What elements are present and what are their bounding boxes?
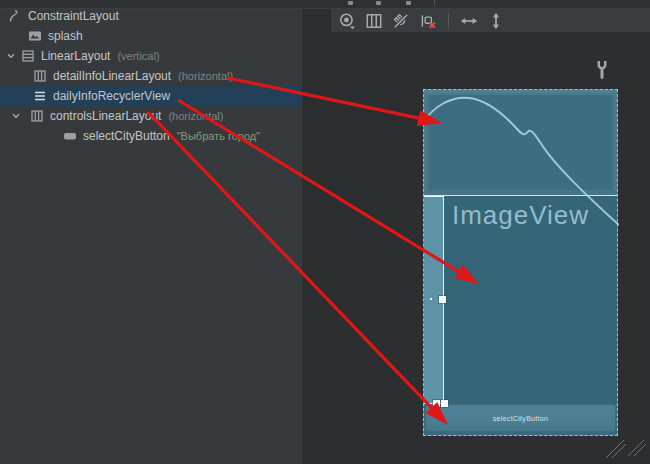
- view-options-eye-icon[interactable]: [338, 12, 356, 30]
- icon-fragment: [376, 1, 381, 5]
- tree-item-linearlayout[interactable]: LinearLayout (vertical): [0, 46, 302, 66]
- tree-item-label: controlsLinearLayout: [50, 109, 161, 123]
- chevron-down-icon[interactable]: [5, 50, 17, 62]
- selection-dot: [430, 298, 432, 300]
- tree-item-label: detailInfoLinearLayout: [53, 69, 171, 83]
- vertical-resize-icon[interactable]: [487, 12, 505, 30]
- tree-item-controlslinearlayout[interactable]: controlsLinearLayout (horizontal): [0, 106, 302, 126]
- component-tree-panel: ConstraintLayout splash LinearLayout (ve…: [0, 0, 302, 464]
- image-icon: [28, 29, 42, 43]
- tree-item-label: dailyInfoRecyclerView: [53, 89, 170, 103]
- linearlayout-horizontal-icon: [33, 69, 47, 83]
- linearlayout-horizontal-icon: [30, 109, 44, 123]
- icon-fragment: [406, 1, 411, 5]
- selection-handle-bottom-left[interactable]: [433, 400, 440, 407]
- tree-item-suffix: (vertical): [117, 50, 159, 62]
- resize-grip-icon[interactable]: [604, 436, 648, 464]
- tree-item-value: "Выбрать город": [177, 130, 260, 142]
- selection-handle-mid-right[interactable]: [439, 296, 446, 303]
- separator-fragment: [434, 0, 435, 5]
- autoconnect-off-magnet-icon[interactable]: [392, 12, 410, 30]
- layout-editor-window: ConstraintLayout splash LinearLayout (ve…: [0, 0, 650, 464]
- wrench-icon[interactable]: [596, 60, 608, 80]
- top-toolbar-fragment-strip: [0, 0, 650, 9]
- column-guides-icon[interactable]: [365, 12, 383, 30]
- button-icon: [63, 129, 77, 143]
- tree-item-constraintlayout[interactable]: ConstraintLayout: [0, 6, 302, 26]
- recyclerview-list-icon: [33, 89, 47, 103]
- tree-item-suffix: (horizontal): [168, 110, 223, 122]
- tree-item-label: LinearLayout: [41, 49, 110, 63]
- selection-handle-bottom-right[interactable]: [441, 400, 448, 407]
- select-city-button-preview[interactable]: selectCityButton: [426, 405, 615, 431]
- chevron-down-icon[interactable]: [10, 110, 22, 122]
- tree-item-label: selectCityButton: [83, 129, 170, 143]
- tree-item-label: splash: [48, 29, 83, 43]
- linearlayout-vertical-icon: [21, 49, 35, 63]
- tree-item-label: ConstraintLayout: [28, 9, 119, 23]
- tree-item-suffix: (horizontal): [178, 70, 233, 82]
- tree-item-dailyinforecyclerview[interactable]: dailyInfoRecyclerView: [0, 86, 302, 106]
- design-toolbar: [330, 8, 650, 32]
- constraintlayout-icon: [8, 9, 22, 23]
- tree-item-detailinfolinearlayout[interactable]: detailInfoLinearLayout (horizontal): [0, 66, 302, 86]
- device-preview[interactable]: ImageView selectCityButton: [423, 89, 618, 436]
- detail-info-section[interactable]: [424, 90, 617, 196]
- icon-fragment: [348, 1, 353, 5]
- imageview-label: ImageView: [424, 200, 617, 231]
- clear-constraints-icon[interactable]: [419, 12, 437, 30]
- tree-item-splash[interactable]: splash: [0, 26, 302, 46]
- design-surface: ImageView selectCityButton: [302, 0, 650, 464]
- tree-item-selectcitybutton[interactable]: selectCityButton "Выбрать город": [0, 126, 302, 146]
- horizontal-resize-icon[interactable]: [460, 12, 478, 30]
- select-city-button-preview-label: selectCityButton: [493, 415, 548, 422]
- toolbar-separator: [448, 13, 449, 28]
